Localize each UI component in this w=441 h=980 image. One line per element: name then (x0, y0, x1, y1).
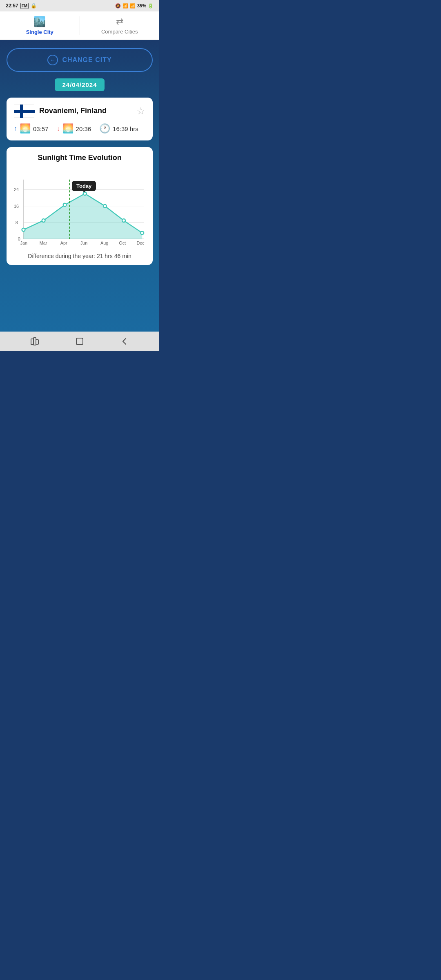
chart-svg: 0 8 16 24 (11, 168, 148, 249)
svg-text:Apr: Apr (60, 241, 67, 245)
svg-point-17 (140, 232, 144, 235)
finland-flag (14, 104, 34, 118)
change-city-label: CHANGE CITY (62, 56, 111, 64)
svg-text:Jun: Jun (80, 241, 87, 245)
tab-compare-cities[interactable]: ⇄ Compare Cities (80, 11, 160, 40)
sunrise-value: 03:57 (33, 125, 49, 132)
status-left: 22:57 FM 🔒 (6, 3, 37, 9)
svg-text:Oct: Oct (119, 241, 126, 245)
sunset-value: 20:36 (76, 125, 91, 132)
sunset-arrow-icon: ↓ (57, 125, 60, 132)
svg-marker-10 (23, 194, 142, 239)
fm-icon: FM (20, 3, 29, 9)
city-name: Rovaniemi, Finland (39, 107, 131, 115)
tab-bar: 🏙️ Single City ⇄ Compare Cities (0, 11, 159, 40)
sunrise-time: ↑ 🌅 03:57 (14, 123, 49, 134)
svg-text:Jan: Jan (20, 241, 27, 245)
change-city-button[interactable]: ← CHANGE CITY (7, 48, 153, 72)
chart-note: Difference during the year: 21 hrs 46 mi… (11, 253, 148, 259)
daylight-value: 16:39 hrs (113, 125, 138, 132)
svg-text:24: 24 (14, 187, 19, 192)
svg-point-12 (42, 219, 45, 222)
compare-cities-label: Compare Cities (101, 29, 138, 35)
svg-point-11 (22, 228, 25, 232)
city-card: Rovaniemi, Finland ☆ ↑ 🌅 03:57 ↓ 🌅 20:36… (7, 98, 153, 140)
tab-single-city[interactable]: 🏙️ Single City (0, 11, 80, 40)
svg-text:8: 8 (16, 220, 18, 225)
sunrise-icon: 🌅 (20, 123, 31, 134)
favorite-star-icon[interactable]: ☆ (136, 105, 145, 117)
chart-container: 0 8 16 24 (11, 168, 148, 249)
chart-card: Sunlight Time Evolution 0 8 16 24 (7, 147, 153, 265)
city-times: ↑ 🌅 03:57 ↓ 🌅 20:36 🕐 16:39 hrs (14, 123, 145, 134)
main-content: ← CHANGE CITY 24/04/2024 Rovaniemi, Finl… (0, 40, 159, 332)
city-header: Rovaniemi, Finland ☆ (14, 104, 145, 118)
svg-rect-29 (76, 338, 83, 345)
recent-apps-button[interactable] (27, 333, 43, 350)
svg-rect-28 (36, 340, 38, 344)
status-right: 🔕 📶 📶 35% 🔋 (115, 3, 154, 9)
date-badge: 24/04/2024 (55, 78, 104, 91)
mute-icon: 🔕 (115, 3, 121, 9)
sunset-icon: 🌅 (62, 123, 74, 134)
clock-icon: 🕐 (99, 123, 110, 134)
bottom-nav (0, 332, 159, 351)
wifi-icon: 📶 (122, 3, 128, 9)
svg-text:Dec: Dec (136, 241, 145, 245)
home-button[interactable] (71, 333, 88, 350)
lock-icon: 🔒 (31, 3, 37, 9)
svg-text:Aug: Aug (100, 241, 108, 245)
svg-point-14 (83, 192, 87, 195)
svg-text:16: 16 (14, 204, 19, 209)
single-city-label: Single City (26, 29, 53, 35)
back-arrow-icon: ← (47, 55, 58, 65)
svg-text:Mar: Mar (40, 241, 47, 245)
svg-point-13 (63, 203, 67, 207)
battery-icon: 🔋 (148, 3, 154, 9)
svg-point-16 (122, 219, 125, 222)
sunrise-arrow-icon: ↑ (14, 125, 17, 132)
status-time: 22:57 (6, 3, 18, 9)
single-city-icon: 🏙️ (33, 16, 46, 27)
battery-text: 35% (137, 3, 146, 8)
svg-point-15 (103, 205, 107, 208)
daylight-duration: 🕐 16:39 hrs (99, 123, 138, 134)
sunset-time: ↓ 🌅 20:36 (57, 123, 91, 134)
chart-title: Sunlight Time Evolution (11, 154, 148, 162)
compare-cities-icon: ⇄ (116, 16, 123, 27)
back-button[interactable] (116, 333, 133, 350)
status-bar: 22:57 FM 🔒 🔕 📶 📶 35% 🔋 (0, 0, 159, 11)
signal-icon: 📶 (130, 3, 136, 9)
